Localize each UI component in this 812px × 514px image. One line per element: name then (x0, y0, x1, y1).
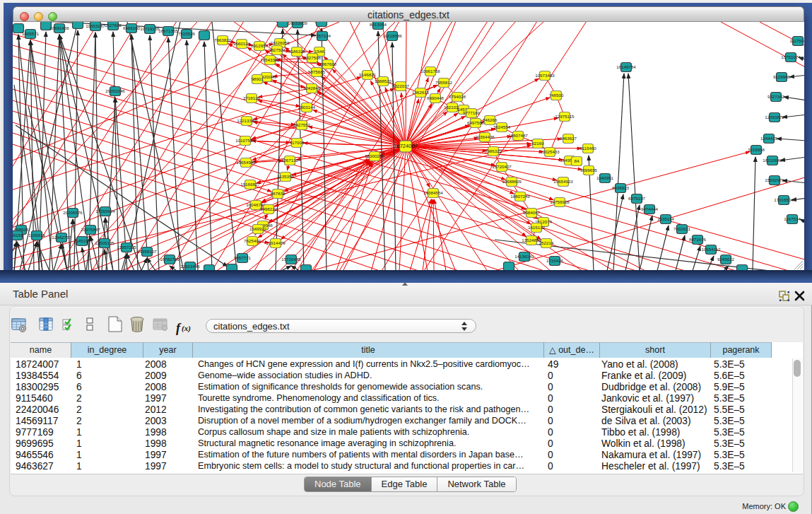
svg-text:98901: 98901 (251, 76, 264, 81)
svg-text:10958107: 10958107 (137, 249, 157, 254)
svg-text:20206576: 20206576 (63, 210, 83, 215)
svg-text:3267130: 3267130 (281, 158, 299, 163)
svg-text:15716485: 15716485 (281, 257, 301, 262)
svg-text:2867608: 2867608 (319, 62, 337, 66)
svg-text:10807487: 10807487 (508, 133, 528, 138)
svg-text:12093872: 12093872 (765, 115, 784, 119)
svg-text:17359924: 17359924 (95, 209, 115, 214)
svg-text:8938923: 8938923 (612, 185, 630, 190)
svg-text:12213389: 12213389 (237, 118, 257, 123)
svg-text:7357224: 7357224 (314, 33, 331, 38)
svg-text:29053346: 29053346 (105, 88, 125, 93)
svg-text:8990448: 8990448 (427, 95, 445, 100)
svg-text:12923446: 12923446 (180, 264, 200, 269)
svg-text:9327508: 9327508 (304, 55, 322, 60)
svg-text:19166827: 19166827 (240, 182, 260, 187)
svg-text:9227342: 9227342 (767, 94, 785, 99)
svg-text:23226058: 23226058 (270, 40, 290, 45)
svg-text:84: 84 (575, 158, 579, 163)
svg-text:5875685: 5875685 (308, 69, 326, 74)
svg-text:887833: 887833 (271, 191, 286, 196)
svg-text:1549922: 1549922 (249, 226, 267, 231)
svg-text:9463627: 9463627 (560, 136, 577, 141)
svg-text:1733426: 1733426 (546, 258, 564, 263)
svg-text:9245612: 9245612 (717, 257, 735, 262)
svg-text:16914479: 16914479 (266, 240, 286, 245)
svg-text:17016504: 17016504 (774, 197, 794, 202)
svg-text:6466160: 6466160 (123, 25, 141, 30)
svg-text:6879197: 6879197 (628, 196, 646, 201)
svg-text:12505135: 12505135 (95, 240, 114, 245)
svg-text:20975887: 20975887 (81, 227, 100, 232)
svg-text:7515526: 7515526 (178, 31, 196, 36)
svg-text:62160: 62160 (531, 141, 544, 146)
svg-text:19654985: 19654985 (236, 160, 256, 165)
svg-text:7625402: 7625402 (244, 238, 261, 243)
svg-text:6794028: 6794028 (449, 94, 466, 99)
svg-text:10107554: 10107554 (235, 138, 255, 143)
svg-text:12975115: 12975115 (555, 114, 575, 119)
svg-text:15751074: 15751074 (781, 54, 801, 59)
svg-text:9129966: 9129966 (773, 74, 791, 79)
svg-text:7632621: 7632621 (673, 226, 691, 231)
svg-text:1615132: 1615132 (528, 225, 546, 230)
svg-text:10961768: 10961768 (420, 69, 440, 74)
svg-text:5322037: 5322037 (392, 83, 410, 88)
svg-text:17957225: 17957225 (117, 245, 136, 250)
svg-text:7663822: 7663822 (214, 37, 232, 42)
svg-text:9660124: 9660124 (233, 41, 251, 46)
svg-text:9146821: 9146821 (359, 72, 377, 77)
svg-text:16148784: 16148784 (616, 64, 636, 69)
svg-text:39159: 39159 (13, 233, 23, 238)
svg-text:9474444: 9474444 (641, 206, 659, 211)
svg-text:10719155: 10719155 (140, 26, 160, 31)
svg-text:1145194: 1145194 (73, 238, 90, 243)
svg-text:18724007: 18724007 (394, 143, 417, 149)
svg-text:10654112: 10654112 (701, 247, 721, 252)
svg-text:9657771: 9657771 (234, 255, 252, 260)
svg-text:19384554: 19384554 (423, 190, 443, 195)
svg-text:16782759: 16782759 (160, 257, 180, 262)
svg-text:18807249: 18807249 (510, 194, 530, 199)
svg-text:10688609: 10688609 (502, 179, 522, 184)
svg-text:3624554: 3624554 (493, 124, 511, 129)
svg-text:1640951: 1640951 (596, 175, 614, 180)
svg-text:1156819: 1156819 (28, 233, 45, 238)
svg-text:10653287: 10653287 (86, 23, 105, 28)
svg-text:(x): (x) (182, 324, 191, 333)
svg-text:3215958: 3215958 (748, 147, 765, 152)
svg-text:12942737: 12942737 (52, 235, 71, 240)
svg-text:1167534: 1167534 (784, 216, 801, 221)
svg-text:10025433: 10025433 (540, 149, 560, 154)
svg-text:1405571: 1405571 (22, 31, 40, 36)
svg-text:14136141: 14136141 (514, 254, 534, 259)
svg-text:20364436: 20364436 (475, 134, 495, 139)
svg-text:1244415: 1244415 (760, 136, 778, 141)
svg-text:1362615: 1362615 (412, 90, 430, 95)
svg-text:3498222: 3498222 (260, 206, 278, 211)
svg-text:10973493: 10973493 (535, 73, 555, 78)
svg-text:1588520: 1588520 (375, 78, 392, 83)
svg-text:8912954: 8912954 (251, 43, 269, 48)
svg-text:f: f (176, 321, 182, 335)
svg-text:7955812: 7955812 (435, 80, 453, 85)
svg-text:2935114: 2935114 (657, 216, 674, 221)
svg-text:8427552: 8427552 (293, 122, 311, 127)
svg-text:16033809: 16033809 (288, 22, 307, 25)
svg-text:2718126: 2718126 (243, 95, 261, 100)
svg-text:20691406: 20691406 (49, 25, 69, 30)
svg-text:9242848: 9242848 (303, 86, 321, 90)
svg-text:19218586: 19218586 (382, 33, 402, 38)
svg-text:16671355: 16671355 (158, 28, 178, 33)
svg-text:25300295: 25300295 (365, 153, 384, 158)
svg-text:417006: 417006 (290, 140, 305, 145)
svg-text:9827503: 9827503 (269, 47, 286, 52)
svg-text:746266: 746266 (483, 117, 498, 122)
svg-text:8471676: 8471676 (689, 237, 707, 242)
svg-text:19654923: 19654923 (553, 179, 573, 184)
svg-text:19756928: 19756928 (550, 199, 570, 204)
svg-text:9777169: 9777169 (463, 110, 481, 115)
svg-text:1135359: 1135359 (277, 174, 294, 179)
svg-text:1117504: 1117504 (789, 38, 804, 43)
svg-text:9115460: 9115460 (579, 146, 596, 151)
